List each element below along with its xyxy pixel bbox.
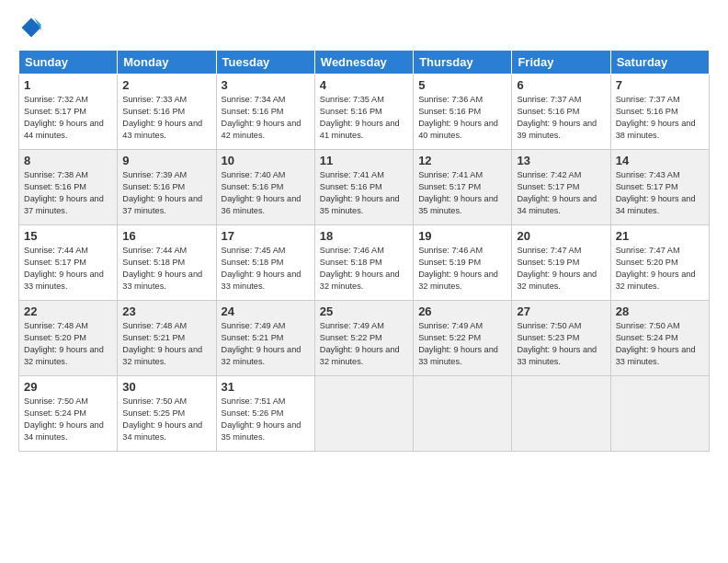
calendar-col-sunday: Sunday [19, 51, 118, 75]
day-info: Sunrise: 7:33 AMSunset: 5:16 PMDaylight:… [122, 94, 210, 142]
calendar-col-tuesday: Tuesday [216, 51, 314, 75]
day-number: 19 [418, 229, 506, 243]
page: SundayMondayTuesdayWednesdayThursdayFrid… [0, 0, 728, 563]
day-number: 29 [24, 380, 112, 394]
calendar-cell: 27Sunrise: 7:50 AMSunset: 5:23 PMDayligh… [512, 301, 610, 376]
day-number: 20 [517, 229, 605, 243]
day-number: 6 [517, 78, 605, 92]
day-number: 17 [222, 229, 310, 243]
day-number: 26 [418, 304, 506, 318]
generalblue-logo-icon [18, 15, 44, 40]
calendar-cell: 22Sunrise: 7:48 AMSunset: 5:20 PMDayligh… [19, 301, 118, 376]
day-info: Sunrise: 7:47 AMSunset: 5:19 PMDaylight:… [517, 245, 605, 293]
day-info: Sunrise: 7:37 AMSunset: 5:16 PMDaylight:… [616, 94, 704, 142]
day-number: 25 [320, 304, 408, 318]
day-info: Sunrise: 7:44 AMSunset: 5:18 PMDaylight:… [122, 245, 210, 293]
day-number: 3 [222, 78, 310, 92]
day-number: 23 [122, 304, 210, 318]
day-number: 2 [122, 78, 210, 92]
day-number: 27 [517, 304, 605, 318]
calendar-cell: 25Sunrise: 7:49 AMSunset: 5:22 PMDayligh… [314, 301, 413, 376]
day-number: 31 [222, 380, 310, 394]
day-info: Sunrise: 7:43 AMSunset: 5:17 PMDaylight:… [616, 169, 704, 217]
calendar-cell: 15Sunrise: 7:44 AMSunset: 5:17 PMDayligh… [19, 225, 118, 301]
calendar-cell: 31Sunrise: 7:51 AMSunset: 5:26 PMDayligh… [216, 376, 314, 452]
calendar-cell: 13Sunrise: 7:42 AMSunset: 5:17 PMDayligh… [512, 150, 610, 225]
calendar-col-monday: Monday [118, 51, 216, 75]
calendar-cell: 6Sunrise: 7:37 AMSunset: 5:16 PMDaylight… [512, 75, 610, 150]
day-info: Sunrise: 7:49 AMSunset: 5:22 PMDaylight:… [418, 320, 506, 368]
calendar-cell: 16Sunrise: 7:44 AMSunset: 5:18 PMDayligh… [118, 225, 216, 301]
calendar-col-friday: Friday [512, 51, 610, 75]
day-info: Sunrise: 7:34 AMSunset: 5:16 PMDaylight:… [222, 94, 310, 142]
calendar-cell: 1Sunrise: 7:32 AMSunset: 5:17 PMDaylight… [19, 75, 118, 150]
day-info: Sunrise: 7:46 AMSunset: 5:19 PMDaylight:… [418, 245, 506, 293]
calendar-week-5: 29Sunrise: 7:50 AMSunset: 5:24 PMDayligh… [19, 376, 710, 452]
day-info: Sunrise: 7:37 AMSunset: 5:16 PMDaylight:… [517, 94, 605, 142]
day-info: Sunrise: 7:42 AMSunset: 5:17 PMDaylight:… [517, 169, 605, 217]
calendar-cell: 14Sunrise: 7:43 AMSunset: 5:17 PMDayligh… [610, 150, 709, 225]
day-number: 21 [616, 229, 704, 243]
logo [18, 15, 48, 40]
calendar-cell: 29Sunrise: 7:50 AMSunset: 5:24 PMDayligh… [19, 376, 118, 452]
calendar-cell: 3Sunrise: 7:34 AMSunset: 5:16 PMDaylight… [216, 75, 314, 150]
day-number: 18 [320, 229, 408, 243]
day-number: 8 [24, 154, 112, 167]
day-number: 9 [122, 154, 210, 167]
calendar-cell: 9Sunrise: 7:39 AMSunset: 5:16 PMDaylight… [118, 150, 216, 225]
calendar-cell: 7Sunrise: 7:37 AMSunset: 5:16 PMDaylight… [610, 75, 709, 150]
day-number: 24 [222, 304, 310, 318]
calendar-cell: 10Sunrise: 7:40 AMSunset: 5:16 PMDayligh… [216, 150, 314, 225]
day-number: 30 [122, 380, 210, 394]
calendar-cell [314, 376, 413, 452]
day-number: 16 [122, 229, 210, 243]
calendar-week-1: 1Sunrise: 7:32 AMSunset: 5:17 PMDaylight… [19, 75, 710, 150]
day-info: Sunrise: 7:41 AMSunset: 5:16 PMDaylight:… [320, 169, 408, 217]
day-number: 15 [24, 229, 112, 243]
day-number: 4 [320, 78, 408, 92]
calendar-cell [610, 376, 709, 452]
day-number: 7 [616, 78, 704, 92]
calendar-cell: 20Sunrise: 7:47 AMSunset: 5:19 PMDayligh… [512, 225, 610, 301]
day-number: 10 [222, 154, 310, 167]
calendar-cell: 19Sunrise: 7:46 AMSunset: 5:19 PMDayligh… [414, 225, 512, 301]
day-number: 28 [616, 304, 704, 318]
calendar-col-thursday: Thursday [414, 51, 512, 75]
day-number: 1 [24, 78, 112, 92]
day-number: 14 [616, 154, 704, 167]
day-info: Sunrise: 7:45 AMSunset: 5:18 PMDaylight:… [222, 245, 310, 293]
day-number: 5 [418, 78, 506, 92]
calendar-table: SundayMondayTuesdayWednesdayThursdayFrid… [18, 50, 710, 452]
day-info: Sunrise: 7:49 AMSunset: 5:22 PMDaylight:… [320, 320, 408, 368]
calendar-cell: 21Sunrise: 7:47 AMSunset: 5:20 PMDayligh… [610, 225, 709, 301]
calendar-cell: 11Sunrise: 7:41 AMSunset: 5:16 PMDayligh… [314, 150, 413, 225]
calendar-cell: 17Sunrise: 7:45 AMSunset: 5:18 PMDayligh… [216, 225, 314, 301]
calendar-cell: 24Sunrise: 7:49 AMSunset: 5:21 PMDayligh… [216, 301, 314, 376]
day-info: Sunrise: 7:50 AMSunset: 5:24 PMDaylight:… [616, 320, 704, 368]
calendar-cell: 18Sunrise: 7:46 AMSunset: 5:18 PMDayligh… [314, 225, 413, 301]
day-info: Sunrise: 7:50 AMSunset: 5:25 PMDaylight:… [122, 396, 210, 443]
calendar-cell: 28Sunrise: 7:50 AMSunset: 5:24 PMDayligh… [610, 301, 709, 376]
day-info: Sunrise: 7:48 AMSunset: 5:20 PMDaylight:… [24, 320, 112, 368]
calendar-cell: 8Sunrise: 7:38 AMSunset: 5:16 PMDaylight… [19, 150, 118, 225]
day-info: Sunrise: 7:47 AMSunset: 5:20 PMDaylight:… [616, 245, 704, 293]
day-info: Sunrise: 7:48 AMSunset: 5:21 PMDaylight:… [122, 320, 210, 368]
calendar-col-wednesday: Wednesday [314, 51, 413, 75]
day-info: Sunrise: 7:44 AMSunset: 5:17 PMDaylight:… [24, 245, 112, 293]
day-info: Sunrise: 7:51 AMSunset: 5:26 PMDaylight:… [222, 396, 310, 443]
day-info: Sunrise: 7:36 AMSunset: 5:16 PMDaylight:… [418, 94, 506, 142]
calendar-cell: 30Sunrise: 7:50 AMSunset: 5:25 PMDayligh… [118, 376, 216, 452]
day-info: Sunrise: 7:46 AMSunset: 5:18 PMDaylight:… [320, 245, 408, 293]
calendar-cell: 23Sunrise: 7:48 AMSunset: 5:21 PMDayligh… [118, 301, 216, 376]
day-info: Sunrise: 7:39 AMSunset: 5:16 PMDaylight:… [122, 169, 210, 217]
day-info: Sunrise: 7:49 AMSunset: 5:21 PMDaylight:… [222, 320, 310, 368]
day-info: Sunrise: 7:50 AMSunset: 5:24 PMDaylight:… [24, 396, 112, 443]
day-number: 12 [418, 154, 506, 167]
calendar-cell: 4Sunrise: 7:35 AMSunset: 5:16 PMDaylight… [314, 75, 413, 150]
calendar-cell [414, 376, 512, 452]
day-number: 22 [24, 304, 112, 318]
calendar-cell [512, 376, 610, 452]
day-info: Sunrise: 7:38 AMSunset: 5:16 PMDaylight:… [24, 169, 112, 217]
calendar-week-3: 15Sunrise: 7:44 AMSunset: 5:17 PMDayligh… [19, 225, 710, 301]
day-number: 13 [517, 154, 605, 167]
